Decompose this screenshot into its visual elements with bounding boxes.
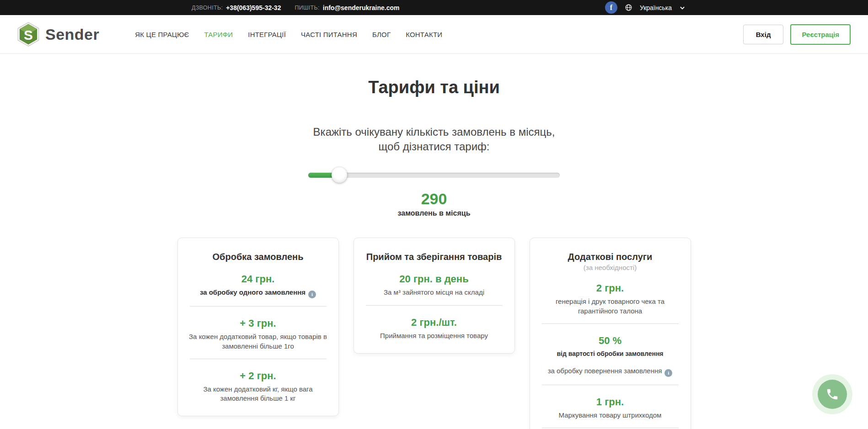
card-title: Обробка замовлень xyxy=(188,252,328,262)
nav-faq[interactable]: ЧАСТІ ПИТАННЯ xyxy=(301,31,357,38)
divider xyxy=(542,428,679,428)
divider xyxy=(190,306,327,307)
globe-icon xyxy=(625,4,632,11)
card-title: Прийом та зберігання товарів xyxy=(364,252,504,262)
card-order-processing: Обробка замовлень 24 грн. за обробку одн… xyxy=(177,238,339,416)
main-nav: ЯК ЦЕ ПРАЦЮЄ ТАРИФИ ІНТЕГРАЦІЇ ЧАСТІ ПИТ… xyxy=(135,31,442,38)
nav-blog[interactable]: БЛОГ xyxy=(372,31,391,38)
phone-icon xyxy=(818,380,847,409)
call-fab[interactable] xyxy=(812,374,852,414)
price-item: 50 % від вартості обробки замовлення за … xyxy=(540,335,680,377)
email-address[interactable]: info@senderukraine.com xyxy=(323,4,400,11)
main-content: Тарифи та ціни Вкажіть очікувану кількіс… xyxy=(0,78,868,429)
slider-handle[interactable] xyxy=(332,167,347,183)
price-item: + 2 грн. За кожен додатковий кг, якщо ва… xyxy=(188,370,328,403)
card-additional-services: Додаткові послуги (за необхідності) 2 гр… xyxy=(530,238,691,429)
pricing-cards: Обробка замовлень 24 грн. за обробку одн… xyxy=(0,238,868,429)
divider xyxy=(190,359,327,359)
brand-name: Sender xyxy=(45,26,99,43)
brand-logo[interactable]: S Sender xyxy=(17,22,99,47)
nav-how-it-works[interactable]: ЯК ЦЕ ПРАЦЮЄ xyxy=(135,31,189,38)
divider xyxy=(542,385,679,385)
page-title: Тарифи та ціни xyxy=(0,78,868,97)
orders-slider[interactable] xyxy=(308,167,560,183)
nav-integrations[interactable]: ІНТЕГРАЦІЇ xyxy=(248,31,286,38)
register-button[interactable]: Реєстрація xyxy=(790,24,851,45)
orders-value-label: замовлень в місяць xyxy=(0,209,868,217)
call-label: ДЗВОНІТЬ: xyxy=(192,5,223,11)
contact-group: ДЗВОНІТЬ: +38(063)595-32-32 ПИШІТЬ: info… xyxy=(182,4,399,11)
price-item: + 3 грн. За кожен додатковий товар, якщо… xyxy=(188,318,328,351)
price-item: 2 грн. генерація і друк товарного чека т… xyxy=(540,282,680,316)
facebook-icon[interactable]: f xyxy=(605,1,617,14)
nav-tariffs[interactable]: ТАРИФИ xyxy=(204,31,233,38)
login-button[interactable]: Вхід xyxy=(743,25,784,44)
slider-prompt: Вкажіть очікувану кількість замовлень в … xyxy=(0,125,868,154)
svg-text:S: S xyxy=(24,27,33,42)
card-subtitle: (за необхідності) xyxy=(540,264,680,271)
write-label: ПИШІТЬ: xyxy=(295,5,319,11)
info-icon[interactable]: i xyxy=(664,369,672,377)
topbar: ДЗВОНІТЬ: +38(063)595-32-32 ПИШІТЬ: info… xyxy=(0,0,868,15)
price-item: 20 грн. в день За м³ зайнятого місця на … xyxy=(364,273,504,297)
price-item: 24 грн. за обробку одного замовленняi xyxy=(188,273,328,298)
site-header: S Sender ЯК ЦЕ ПРАЦЮЄ ТАРИФИ ІНТЕГРАЦІЇ … xyxy=(0,15,868,54)
card-receiving-storage: Прийом та зберігання товарів 20 грн. в д… xyxy=(354,238,515,354)
price-item: 1 грн. Маркування товару штрихкодом xyxy=(540,396,680,420)
info-icon[interactable]: i xyxy=(308,291,316,298)
divider xyxy=(542,323,679,324)
card-title: Додаткові послуги xyxy=(540,252,680,262)
sender-hexagon-icon: S xyxy=(17,22,39,47)
phone-number[interactable]: +38(063)595-32-32 xyxy=(226,4,281,11)
price-item: 2 грн./шт. Приймання та розміщення товар… xyxy=(364,317,504,340)
orders-value: 290 xyxy=(0,190,868,208)
language-selector[interactable]: Українська xyxy=(640,4,672,11)
nav-contacts[interactable]: КОНТАКТИ xyxy=(406,31,442,38)
divider xyxy=(366,305,503,306)
chevron-down-icon[interactable] xyxy=(679,5,686,11)
